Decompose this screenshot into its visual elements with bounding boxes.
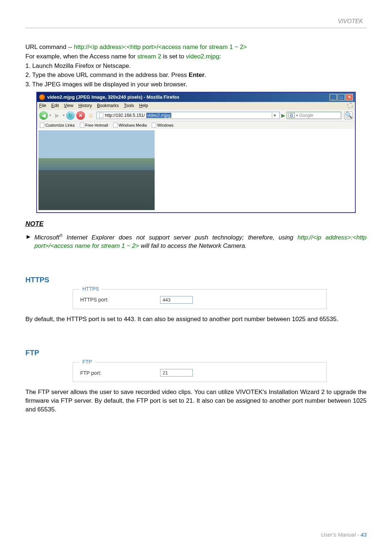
url-eg1c: is set to — [161, 53, 186, 60]
firefox-toolbar: ◀ ▾ ▶ ▾ ↻ ✕ ⌂ http://192.168.5.151/video… — [37, 109, 355, 121]
forward-button[interactable]: ▶ — [53, 111, 61, 120]
menu-edit[interactable]: Edit — [51, 103, 59, 108]
back-button[interactable]: ◀ — [39, 111, 48, 120]
step-2a: 2. Type the above URL command in the add… — [25, 71, 189, 78]
brand-header: VIVOTEK — [25, 18, 367, 25]
url-command-section: URL command -- http://<ip address>:<http… — [25, 43, 367, 89]
google-logo-icon: G — [289, 113, 295, 118]
bookmark-label: Windows — [157, 123, 173, 127]
menu-view[interactable]: View — [64, 103, 73, 108]
footer-page: 43 — [360, 532, 367, 538]
bookmark-icon — [113, 123, 118, 128]
url-eg1b: stream 2 — [137, 53, 161, 60]
url-prefix: http://192.168.5.151/ — [105, 113, 145, 118]
ftp-section-title: FTP — [25, 349, 367, 357]
document-page: VIVOTEK URL command -- http://<ip addres… — [0, 0, 392, 554]
note-body: ► Microsoft® Internet Explorer does not … — [25, 233, 367, 250]
step-1: 1. Launch Mozilla Firefox or Netscape. — [25, 62, 367, 70]
footer-label: User's Manual - — [321, 532, 361, 538]
https-description: By default, the HTTPS port is set to 443… — [25, 315, 367, 324]
note-t1: Microsoft — [34, 234, 60, 241]
https-fieldset: HTTPS HTTPS port: 443 — [73, 289, 327, 309]
url-eg1d: video2.mjpg — [186, 53, 219, 60]
search-box[interactable]: G▾ Google — [287, 112, 341, 119]
menu-bookmarks[interactable]: Bookmarks — [97, 103, 119, 108]
note-reg: ® — [60, 233, 62, 238]
jpeg-stream-image — [38, 130, 155, 210]
bookmark-icon — [40, 123, 44, 128]
step-3: 3. The JPEG images will be displayed in … — [25, 80, 367, 89]
close-button[interactable]: ✕ — [346, 94, 353, 100]
https-port-input[interactable]: 443 — [160, 296, 193, 304]
url-highlight: video2.mjpg — [146, 113, 171, 118]
home-button[interactable]: ⌂ — [86, 111, 95, 120]
note-t4: will fail to access the Network Camera. — [139, 242, 247, 249]
bookmark-customize[interactable]: Customize Links — [40, 123, 75, 128]
url-eg1a: For example, when the Access name for — [25, 53, 137, 60]
url-cmd-pattern: http://<ip address>:<http port>/<access … — [74, 44, 247, 50]
address-bar[interactable]: http://192.168.5.151/video2.mjpg ▾ — [97, 112, 280, 119]
ftp-legend: FTP — [79, 359, 95, 365]
bookmark-icon — [80, 123, 84, 128]
address-dropdown[interactable]: ▾ — [272, 113, 277, 118]
https-legend: HTTPS — [79, 286, 102, 292]
bookmark-windows[interactable]: Windows — [152, 123, 173, 128]
firefox-titlebar: video2.mjpg (JPEG Image, 320x240 pixels)… — [37, 93, 355, 102]
ftp-description: The FTP server allows the user to save r… — [25, 388, 367, 414]
menu-file[interactable]: File — [39, 103, 46, 108]
window-buttons: _ □ ✕ — [330, 94, 353, 100]
bookmark-hotmail[interactable]: Free Hotmail — [80, 123, 108, 128]
https-port-label: HTTPS port: — [80, 297, 160, 303]
header-divider — [25, 28, 367, 28]
menu-history[interactable]: History — [78, 103, 92, 108]
url-cmd-prefix: URL command -- — [25, 44, 74, 50]
reload-button[interactable]: ↻ — [66, 111, 75, 120]
loading-icon — [347, 103, 353, 108]
go-button[interactable]: ▶ — [281, 112, 285, 118]
stop-button[interactable]: ✕ — [76, 111, 85, 120]
bookmark-icon — [152, 123, 156, 128]
ftp-port-input[interactable]: 21 — [160, 369, 193, 377]
bookmark-label: Customize Links — [45, 123, 75, 127]
bookmark-winmedia[interactable]: Windows Media — [113, 123, 147, 128]
bookmark-label: Free Hotmail — [85, 123, 108, 127]
search-icon[interactable]: 🔍 — [344, 111, 353, 119]
page-icon — [99, 113, 103, 118]
firefox-window: video2.mjpg (JPEG Image, 320x240 pixels)… — [36, 92, 356, 213]
bookmark-label: Windows Media — [119, 123, 147, 127]
menu-tools[interactable]: Tools — [124, 103, 134, 108]
step-2c: . — [204, 71, 206, 78]
firefox-menubar: File Edit View History Bookmarks Tools H… — [37, 102, 355, 109]
minimize-button[interactable]: _ — [330, 94, 337, 100]
search-placeholder: Google — [299, 113, 314, 118]
bookmarks-toolbar: Customize Links Free Hotmail Windows Med… — [37, 121, 355, 129]
page-footer: User's Manual - 43 — [321, 532, 367, 538]
https-section-title: HTTPS — [25, 276, 367, 284]
note-heading: NOTE — [25, 220, 367, 228]
ftp-fieldset: FTP FTP port: 21 — [73, 362, 327, 382]
firefox-content — [37, 129, 355, 212]
firefox-icon — [39, 94, 45, 100]
url-eg1e: : — [219, 53, 221, 60]
maximize-button[interactable]: □ — [338, 94, 345, 100]
firefox-title: video2.mjpg (JPEG Image, 320x240 pixels)… — [47, 94, 179, 100]
step-2b: Enter — [189, 71, 204, 78]
menu-help[interactable]: Help — [139, 103, 148, 108]
note-arrow-icon: ► — [25, 233, 32, 250]
note-t2: Internet Explorer does not support serve… — [62, 234, 298, 241]
ftp-port-label: FTP port: — [80, 370, 160, 376]
